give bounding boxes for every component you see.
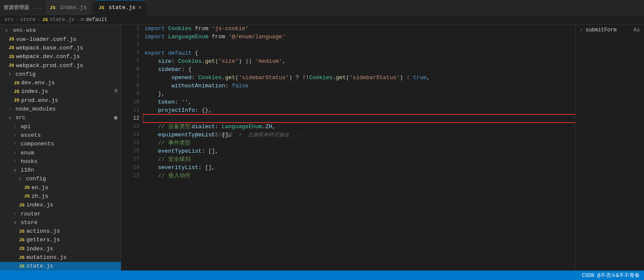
chevron-down-icon: ∨	[19, 176, 26, 182]
js-icon-state: JS	[99, 5, 104, 10]
folder-label: i18n	[21, 167, 34, 173]
src-dot	[114, 116, 117, 120]
line-num-10: 10	[121, 98, 139, 106]
js-icon: JS	[24, 194, 30, 199]
sidebar-item-router[interactable]: › router	[0, 209, 121, 218]
sidebar-item-src[interactable]: ∨ src	[0, 114, 121, 122]
sidebar-item-en-js[interactable]: JS en.js	[0, 183, 121, 192]
js-icon: JS	[9, 54, 14, 59]
line-num-5: 5	[121, 57, 139, 65]
line-num-3: 3	[121, 41, 139, 49]
sidebar-item-dev-env[interactable]: JS dev.env.js	[0, 78, 121, 87]
code-lines-container: import Cookies from 'js-cookie' import L…	[143, 25, 644, 271]
tab-index-js[interactable]: JS index.js	[46, 0, 91, 15]
tab-index-label: index.js	[60, 4, 86, 11]
sidebar-item-config[interactable]: ∨ config	[0, 70, 121, 78]
js-icon: JS	[19, 264, 25, 269]
watermark: CSDN @不否斗&不不青春	[582, 272, 640, 279]
sidebar-item-components[interactable]: › components	[0, 140, 121, 148]
js-icon: JS	[19, 237, 25, 243]
sidebar-item-store[interactable]: ∨ store	[0, 218, 121, 227]
line-numbers: 1 2 3 4 5 6 7 8 9 10 11 12 13 14 15 16 1…	[121, 25, 143, 271]
code-line-15: // 事件类型	[143, 139, 644, 147]
breadcrumb-store[interactable]: store	[20, 17, 36, 23]
line-num-12: 12	[121, 114, 139, 123]
sidebar-item-i18n[interactable]: ∨ i18n	[0, 166, 121, 174]
sidebar-item-api[interactable]: › api	[0, 122, 121, 131]
chevron-down-icon: ∨	[9, 115, 15, 120]
file-label: en.js	[31, 185, 48, 191]
sidebar-item-zh-js[interactable]: JS zh.js	[0, 192, 121, 200]
sidebar-item-prod-env[interactable]: JS prod.env.js	[0, 96, 121, 105]
breadcrumb-bracket: ⊡	[81, 16, 84, 23]
code-line-6: sidebar: {	[143, 65, 644, 74]
js-icon: JS	[14, 89, 19, 94]
breadcrumb-symbol[interactable]: default	[86, 17, 107, 23]
file-label: mutations.js	[26, 254, 67, 261]
sidebar-item-i18n-index[interactable]: JS index.js	[0, 201, 121, 209]
sidebar-item-webpack-prod[interactable]: JS webpack.prod.conf.js	[0, 61, 121, 70]
file-label: webpack.prod.conf.js	[16, 62, 83, 69]
breadcrumb-sep2: ›	[37, 17, 40, 23]
right-panel-function: submitForm	[585, 27, 616, 33]
chevron-right-icon: ›	[14, 159, 21, 164]
sidebar-item-i18n-config[interactable]: ∨ config	[0, 175, 121, 183]
tab-close-button[interactable]: ×	[138, 5, 142, 11]
js-icon-index: JS	[50, 5, 55, 10]
file-label: index.js	[26, 246, 53, 252]
code-content[interactable]: 1 2 3 4 5 6 7 8 9 10 11 12 13 14 15 16 1…	[121, 25, 644, 271]
sidebar-item-node-modules[interactable]: › node_modules	[0, 105, 121, 113]
sidebar-item-assets[interactable]: › assets	[0, 131, 121, 139]
line-num-11: 11	[121, 106, 139, 114]
folder-label: assets	[21, 132, 41, 138]
code-line-1: import Cookies from 'js-cookie'	[143, 25, 644, 33]
line-num-4: 4	[121, 49, 139, 57]
folder-label: store	[21, 219, 37, 226]
file-label: prod.env.js	[21, 97, 58, 104]
tab-state-js[interactable]: JS state.js ×	[94, 0, 146, 15]
code-line-5: size: Cookies.get('size') || 'medium',	[143, 57, 644, 65]
chevron-right-icon: ›	[14, 133, 21, 138]
line-num-1: 1	[121, 25, 139, 33]
sidebar-item-mutations[interactable]: JS mutations.js	[0, 253, 121, 262]
line-num-7: 7	[121, 74, 139, 82]
folder-label: config	[15, 71, 36, 77]
js-icon: JS	[24, 185, 30, 190]
file-label: zh.js	[31, 193, 48, 200]
breadcrumb-src[interactable]: src	[4, 17, 14, 23]
file-label: state.js	[26, 263, 53, 269]
tab-state-label: state.js	[108, 4, 135, 11]
js-icon: JS	[14, 98, 19, 103]
explorer-label: 资源管理器	[3, 4, 29, 11]
sidebar-item-state[interactable]: JS state.js	[0, 262, 121, 271]
sidebar-item-store-index[interactable]: JS index.js	[0, 244, 121, 253]
line-num-8: 8	[121, 82, 139, 90]
sidebar-item-webpack-dev[interactable]: JS webpack.dev.conf.js	[0, 52, 121, 61]
line-num-9: 9	[121, 90, 139, 98]
chevron-right-icon: ›	[14, 124, 21, 129]
code-line-11: projectInfo: {},	[143, 106, 644, 114]
right-panel-header: › submitForm Aa	[580, 27, 640, 33]
line-num-15: 15	[121, 139, 139, 147]
file-label: webpack.dev.conf.js	[16, 53, 80, 60]
sidebar-item-enum[interactable]: › enum	[0, 148, 121, 157]
chevron-right-icon: ›	[14, 151, 21, 155]
file-label: vue-loader.conf.js	[16, 36, 76, 43]
sidebar-item-getters[interactable]: JS getters.js	[0, 236, 121, 244]
code-line-12: dialect: LanguageEnum.ZH, You, 17小时前 • 左…	[143, 114, 644, 123]
sidebar-item-hooks[interactable]: › hooks	[0, 157, 121, 166]
right-panel: › submitForm Aa	[575, 25, 644, 271]
line-num-16: 16	[121, 147, 139, 155]
sidebar-item-actions[interactable]: JS actions.js	[0, 227, 121, 236]
file-label: index.js	[21, 88, 48, 95]
sidebar-item-webpack-base[interactable]: JS webpack.base.conf.js	[0, 43, 121, 52]
code-line-2: import LanguageEnum from '@/enum/languag…	[143, 33, 644, 41]
code-line-18: severityList: [],	[143, 163, 644, 172]
sidebar-item-vue-loader[interactable]: JS vue-loader.conf.js	[0, 35, 121, 43]
bottom-bar: CSDN @不否斗&不不青春	[0, 271, 644, 280]
sidebar-item-config-index[interactable]: JS index.js M	[0, 87, 121, 96]
breadcrumb-file[interactable]: state.js	[49, 17, 74, 23]
folder-label: api	[21, 123, 31, 130]
breadcrumb: src › store › JS state.js › ⊡ default	[0, 15, 644, 25]
folder-label: node_modules	[15, 106, 56, 112]
